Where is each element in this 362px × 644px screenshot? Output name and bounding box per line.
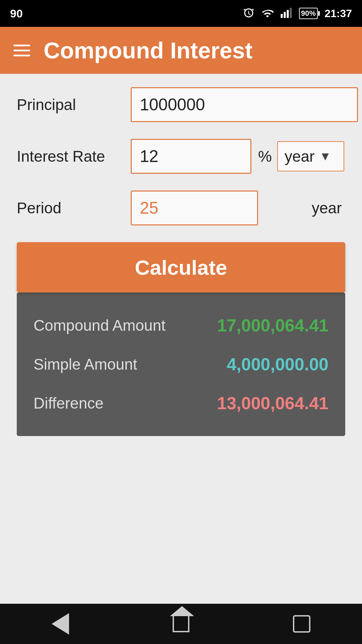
home-icon [173, 615, 189, 632]
rate-period-value: year [285, 147, 314, 165]
svg-rect-1 [284, 12, 286, 18]
app-bar: Compound Interest [0, 27, 362, 74]
alarm-icon [243, 7, 255, 19]
period-label: Period [17, 199, 131, 217]
app-title: Compound Interest [44, 37, 252, 63]
rate-period-dropdown[interactable]: year ▼ [277, 141, 344, 171]
interest-rate-row: Interest Rate % year ▼ [17, 139, 345, 174]
compound-amount-label: Compound Amount [34, 316, 166, 334]
svg-rect-0 [281, 14, 283, 18]
svg-rect-3 [290, 8, 292, 18]
status-right: 90% 21:37 [243, 7, 352, 20]
wifi-icon [261, 7, 274, 19]
clock: 21:37 [324, 7, 352, 20]
hamburger-line-1 [13, 45, 30, 46]
percent-sign: % [258, 147, 272, 165]
main-content: Principal Interest Rate % year ▼ Period … [0, 74, 362, 449]
principal-input[interactable] [131, 87, 358, 122]
simple-amount-value: 4,000,000.00 [227, 354, 328, 374]
dropdown-arrow-icon: ▼ [319, 149, 331, 163]
home-button[interactable] [169, 612, 193, 636]
principal-row: Principal [17, 87, 345, 122]
signal-bars-icon [280, 7, 292, 19]
back-icon [52, 613, 69, 635]
svg-rect-2 [287, 10, 289, 18]
compound-amount-row: Compound Amount 17,000,064.41 [34, 306, 328, 345]
hamburger-menu[interactable] [13, 45, 30, 56]
hamburger-line-2 [13, 50, 30, 51]
recents-icon [293, 615, 310, 633]
bottom-nav [0, 604, 362, 644]
period-input[interactable] [131, 191, 258, 225]
interest-rate-label: Interest Rate [17, 147, 131, 165]
calculate-button[interactable]: Calculate [17, 242, 345, 292]
interest-rate-input[interactable] [131, 139, 251, 174]
principal-label: Principal [17, 96, 131, 114]
period-unit-label: year [312, 199, 342, 217]
back-button[interactable] [49, 612, 72, 636]
period-row: Period year [17, 191, 345, 225]
difference-row: Difference 13,000,064.41 [34, 384, 328, 423]
compound-amount-value: 17,000,064.41 [217, 315, 328, 335]
battery-icon: 90% [299, 8, 318, 19]
battery-level: 90% [301, 9, 316, 18]
recents-button[interactable] [290, 612, 313, 636]
results-panel: Compound Amount 17,000,064.41 Simple Amo… [17, 292, 345, 436]
difference-label: Difference [34, 394, 104, 412]
difference-value: 13,000,064.41 [217, 393, 328, 413]
status-bar: 90 90% 21:37 [0, 0, 362, 27]
simple-amount-row: Simple Amount 4,000,000.00 [34, 345, 328, 384]
signal-strength: 90 [10, 7, 23, 20]
hamburger-line-3 [13, 55, 30, 56]
simple-amount-label: Simple Amount [34, 355, 137, 373]
